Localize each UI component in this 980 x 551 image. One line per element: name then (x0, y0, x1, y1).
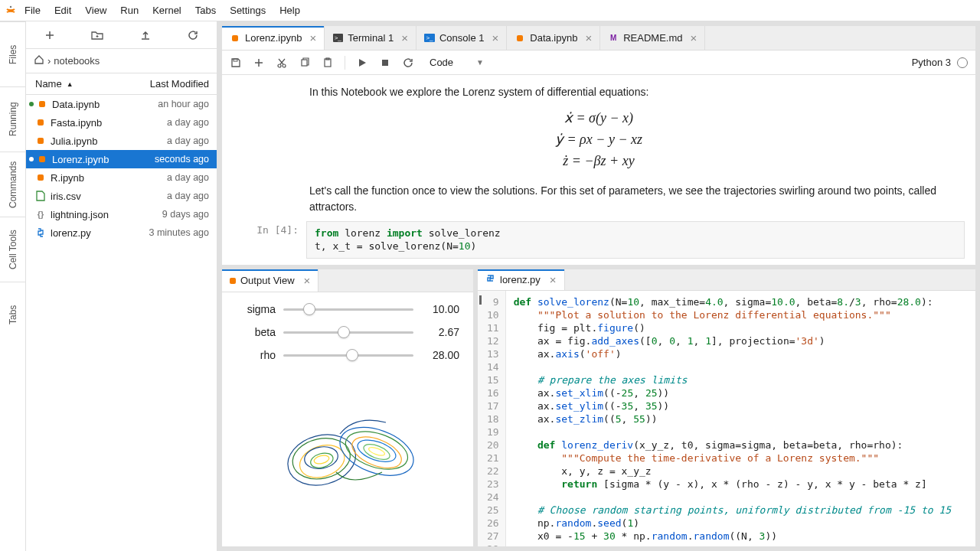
restart-icon[interactable] (402, 57, 414, 69)
notebook-body[interactable]: In this Notebook we explore the Lorenz s… (222, 75, 975, 265)
slider-track[interactable] (283, 349, 413, 361)
new-folder-icon[interactable] (91, 29, 103, 41)
notebook-tabbar: Lorenz.ipynb×>_Terminal 1×>_Console 1×Da… (222, 26, 975, 51)
jupyter-logo-icon (5, 5, 17, 17)
file-row[interactable]: Lorenz.ipynbseconds ago (26, 150, 217, 168)
close-icon[interactable]: × (690, 31, 697, 44)
code-editor[interactable]: 910111213141516171819202122232425262728 … (478, 291, 975, 546)
menu-item-settings[interactable]: Settings (230, 5, 266, 16)
markdown-text: Let's call the function once to view the… (309, 183, 952, 215)
sidebar-tab-running[interactable]: Running (0, 86, 25, 152)
chevron-down-icon: ▼ (476, 58, 484, 67)
slider-track[interactable] (283, 303, 413, 315)
slider-thumb[interactable] (346, 349, 358, 361)
close-icon[interactable]: × (585, 31, 592, 44)
file-row[interactable]: iris.csva day ago (26, 187, 217, 205)
file-modified: a day ago (167, 172, 209, 183)
tab-lorenz-py[interactable]: lorenz.py × (478, 269, 565, 290)
cell-type-select[interactable]: Code ▼ (430, 57, 484, 68)
tab-lorenz-ipynb[interactable]: Lorenz.ipynb× (222, 26, 325, 50)
cell-type-label: Code (430, 57, 453, 68)
sidebar-tab-files[interactable]: Files (0, 21, 25, 86)
svg-rect-7 (382, 60, 388, 66)
close-icon[interactable]: × (309, 31, 316, 44)
tab-console-1[interactable]: >_Console 1× (416, 26, 507, 50)
code-input[interactable]: from lorenz import solve_lorenz t, x_t =… (306, 221, 965, 259)
sidebar-tab-tabs[interactable]: Tabs (0, 282, 25, 347)
close-icon[interactable]: × (401, 31, 408, 44)
slider-label: beta (236, 326, 276, 338)
file-icon (34, 138, 47, 144)
run-icon[interactable] (356, 57, 368, 69)
tab-terminal-1[interactable]: >_Terminal 1× (325, 26, 416, 50)
slider-thumb[interactable] (303, 303, 315, 315)
col-modified-label: Last Modified (110, 78, 217, 90)
menu-item-file[interactable]: File (24, 5, 41, 16)
file-icon (34, 174, 47, 181)
slider-beta: beta2.67 (236, 326, 459, 338)
paste-icon[interactable] (322, 57, 334, 69)
refresh-icon[interactable] (187, 29, 199, 41)
markdown-text: In this Notebook we explore the Lorenz s… (309, 84, 952, 100)
menu-item-tabs[interactable]: Tabs (195, 5, 216, 16)
breadcrumb[interactable]: › notebooks (26, 49, 217, 73)
breadcrumb-folder[interactable]: notebooks (54, 55, 100, 67)
tab-label: Lorenz.ipynb (245, 32, 302, 44)
file-icon (35, 101, 49, 107)
kernel-name[interactable]: Python 3 (912, 57, 951, 68)
menu-item-kernel[interactable]: Kernel (152, 5, 181, 16)
menu-item-edit[interactable]: Edit (54, 5, 71, 16)
code-cell[interactable]: In [4]: from lorenz import solve_lorenz … (233, 221, 965, 259)
tab-icon: >_ (424, 33, 435, 44)
slider-thumb[interactable] (338, 326, 350, 338)
new-launcher-icon[interactable] (44, 29, 56, 41)
svg-rect-4 (302, 60, 307, 66)
home-icon[interactable] (34, 54, 44, 67)
slider-track[interactable] (283, 326, 413, 338)
tab-icon: M (608, 33, 619, 44)
add-cell-icon[interactable] (253, 57, 265, 69)
tab-output-view[interactable]: Output View × (222, 269, 318, 292)
file-modified: an hour ago (158, 99, 209, 109)
editor-panel: lorenz.py × 9101112131415161718192021222… (478, 269, 975, 546)
file-row[interactable]: {}lightning.json9 days ago (26, 205, 217, 223)
file-row[interactable]: Fasta.ipynba day ago (26, 113, 217, 132)
file-name: iris.csv (51, 191, 167, 202)
tab-label: Output View (240, 275, 295, 286)
close-icon[interactable]: × (304, 274, 311, 287)
tab-icon (514, 33, 525, 44)
file-toolbar (26, 21, 217, 49)
code-content[interactable]: def solve_lorenz(N=10, max_time=4.0, sig… (506, 291, 959, 546)
file-name: Julia.ipynb (51, 135, 167, 147)
file-icon (34, 191, 47, 201)
file-row[interactable]: R.ipynba day ago (26, 168, 217, 187)
menu-item-help[interactable]: Help (279, 5, 300, 16)
sort-caret-icon: ▲ (67, 80, 74, 88)
file-modified: 9 days ago (162, 209, 209, 220)
cut-icon[interactable] (276, 57, 288, 69)
file-name: Data.ipynb (52, 99, 158, 110)
tab-data-ipynb[interactable]: Data.ipynb× (507, 26, 600, 50)
file-list-header[interactable]: Name▲ Last Modified (26, 73, 217, 95)
upload-icon[interactable] (139, 29, 152, 41)
save-icon[interactable] (230, 57, 242, 69)
kernel-status-icon[interactable] (957, 57, 968, 68)
sidebar-tab-cell-tools[interactable]: Cell Tools (0, 217, 25, 282)
close-icon[interactable]: × (492, 31, 499, 44)
tab-icon (230, 33, 240, 44)
stop-icon[interactable] (379, 57, 391, 69)
tab-readme-md[interactable]: MREADME.md× (600, 26, 705, 50)
file-modified: seconds ago (155, 154, 209, 165)
menu-item-view[interactable]: View (85, 5, 106, 16)
sidebar-tab-commands[interactable]: Commands (0, 152, 25, 217)
file-row[interactable]: lorenz.py3 minutes ago (26, 223, 217, 242)
file-row[interactable]: Julia.ipynba day ago (26, 132, 217, 150)
svg-point-11 (302, 444, 339, 471)
file-modified: 3 minutes ago (149, 227, 209, 238)
copy-icon[interactable] (299, 57, 311, 69)
menu-item-run[interactable]: Run (120, 5, 139, 16)
svg-point-0 (10, 5, 11, 7)
close-icon[interactable]: × (550, 273, 557, 286)
file-row[interactable]: Data.ipynban hour ago (26, 95, 217, 113)
slider-value: 28.00 (421, 349, 459, 361)
